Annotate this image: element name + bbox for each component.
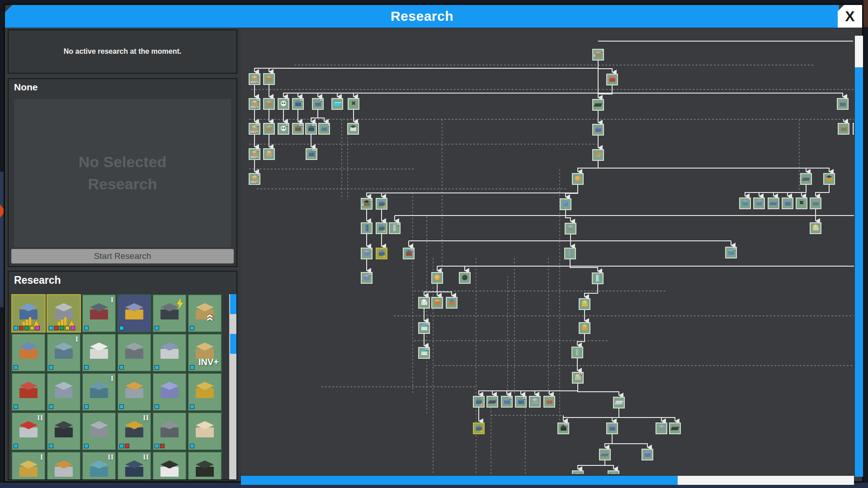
- research-item-x-crate[interactable]: [188, 451, 222, 480]
- tech-node-flat-engine[interactable]: [446, 297, 458, 309]
- tech-node-haul-truck-1[interactable]: I: [739, 197, 751, 209]
- tech-node-hopper[interactable]: [347, 123, 359, 135]
- tech-node-sphere-parts[interactable]: [592, 149, 604, 161]
- tech-node-dark-flat[interactable]: [669, 422, 681, 434]
- close-button[interactable]: X: [838, 5, 862, 28]
- tree-hscroll-track[interactable]: [678, 476, 854, 485]
- tech-node-coil[interactable]: [656, 422, 667, 434]
- start-research-button[interactable]: Start Research: [11, 249, 234, 263]
- tech-node-jetpack-2[interactable]: II: [418, 322, 430, 334]
- tech-node-chart-factory[interactable]: ▲: [473, 396, 485, 408]
- tree-vertical-scrollbar[interactable]: [855, 29, 864, 477]
- research-item-lamp-post[interactable]: [47, 373, 81, 411]
- research-grid-scrollbar[interactable]: [229, 294, 237, 480]
- tech-node-drill-3[interactable]: [263, 123, 275, 135]
- tech-node-mech-frame-1[interactable]: I: [361, 248, 373, 259]
- tech-node-flat-panel[interactable]: [613, 397, 625, 408]
- tech-node-cut-node-1[interactable]: [572, 470, 584, 474]
- tech-tree-canvas[interactable]: IINV+IIINV+++IIIII✖IIIINV+++IIIIIIIIIIVI…: [241, 29, 854, 474]
- research-item-tool-gun[interactable]: [152, 373, 187, 411]
- research-item-crate-building[interactable]: II: [117, 412, 151, 450]
- research-item-motor-engine[interactable]: II: [11, 412, 46, 450]
- tech-node-brick-stack[interactable]: II: [403, 248, 415, 259]
- tech-node-orange-barrel[interactable]: [431, 297, 443, 309]
- tech-node-battery[interactable]: [592, 272, 604, 284]
- tech-node-red-engine[interactable]: [606, 74, 618, 85]
- tech-node-blue-ball[interactable]: [560, 198, 571, 210]
- tech-node-gray-mech[interactable]: [529, 396, 541, 408]
- tree-horizontal-scrollbar[interactable]: [241, 475, 854, 485]
- tech-node-factory-chart-2[interactable]: ▲: [376, 222, 387, 234]
- tech-node-gold-machine[interactable]: [823, 173, 835, 185]
- tech-node-orange-fruit[interactable]: [572, 173, 584, 185]
- research-item-boulder-pile[interactable]: [188, 412, 222, 450]
- tech-node-time-boost-2[interactable]: ++II: [278, 123, 289, 135]
- tech-node-blue-ore[interactable]: [592, 124, 604, 136]
- tech-node-pump-b[interactable]: II: [515, 396, 527, 408]
- tech-node-building-1b[interactable]: I: [318, 123, 330, 135]
- tech-node-mast-tower[interactable]: [564, 248, 576, 259]
- tech-node-blue-ore-2[interactable]: [606, 422, 618, 434]
- research-item-red-frame[interactable]: [11, 373, 46, 411]
- tech-node-yellow-crate[interactable]: [579, 298, 590, 310]
- tech-node-jetpack-3[interactable]: III: [418, 347, 430, 359]
- tech-node-blue-mech[interactable]: [642, 449, 653, 460]
- tech-node-boost-drill[interactable]: »I: [361, 198, 373, 210]
- tech-node-drill-2[interactable]: [263, 98, 275, 110]
- tech-node-dark-plates[interactable]: [486, 396, 498, 408]
- tech-node-fuel-droplet[interactable]: [431, 272, 443, 284]
- research-item-mech-upgrade[interactable]: »: [188, 294, 222, 333]
- research-item-drill-bit[interactable]: [117, 373, 151, 411]
- research-item-chevron-panel[interactable]: [152, 451, 187, 480]
- research-item-conveyor-ramps[interactable]: [152, 412, 187, 450]
- research-item-mech-inventory[interactable]: INV+: [188, 333, 222, 372]
- tree-hscroll-thumb[interactable]: [241, 476, 678, 485]
- research-item-red-research-lab[interactable]: I: [82, 294, 116, 333]
- research-item-wall-section[interactable]: [117, 333, 151, 372]
- tech-node-inventory-3[interactable]: IIIINV+: [249, 123, 260, 135]
- tech-node-edge-desk[interactable]: [838, 123, 849, 135]
- research-item-gravel-pile[interactable]: [47, 451, 81, 480]
- tech-node-blue-plate[interactable]: [768, 197, 779, 209]
- tech-node-factory-chart-1[interactable]: ▲: [376, 198, 387, 210]
- tech-node-drill-1[interactable]: [263, 73, 275, 85]
- tech-node-x-frame[interactable]: ✖: [796, 197, 807, 209]
- tech-node-factory-chart-hl[interactable]: ▲: [376, 248, 387, 259]
- tech-node-drill-4[interactable]: [263, 148, 275, 160]
- tech-node-dark-plate[interactable]: [592, 99, 604, 111]
- tech-node-machine-part[interactable]: [753, 197, 765, 209]
- tech-node-engine-3[interactable]: III: [292, 123, 304, 135]
- grid-scroll-thumb[interactable]: [230, 334, 237, 354]
- research-item-stairs[interactable]: [82, 412, 116, 450]
- tech-node-inventory-2[interactable]: IIINV+: [249, 98, 260, 110]
- research-item-gold-mech[interactable]: I: [11, 451, 46, 480]
- tech-node-inventory-1[interactable]: IINV+: [249, 73, 260, 85]
- tech-node-mech-frame-2[interactable]: II: [361, 272, 373, 284]
- tech-node-blade[interactable]: ✖: [348, 98, 359, 110]
- tech-node-pump-a[interactable]: II: [501, 396, 513, 408]
- tech-node-rust-tower[interactable]: [543, 396, 555, 408]
- tech-node-haul-truck-2[interactable]: II: [725, 247, 737, 258]
- research-item-cargo-container[interactable]: [11, 333, 46, 372]
- tech-node-antenna[interactable]: II: [389, 222, 401, 234]
- tech-node-channel-beam[interactable]: [782, 197, 793, 209]
- tech-node-engine-2[interactable]: II: [292, 98, 304, 110]
- tech-node-inventory-5[interactable]: VINV+: [249, 173, 260, 185]
- tech-node-mech-start[interactable]: »I: [592, 49, 604, 61]
- grid-scroll-thumb[interactable]: [230, 294, 237, 314]
- tech-node-dark-cube[interactable]: III: [557, 422, 569, 434]
- tech-node-dark-hex[interactable]: [459, 272, 471, 284]
- tech-node-time-boost-1[interactable]: ++I: [278, 98, 289, 110]
- research-item-battery-tray[interactable]: II: [117, 451, 151, 480]
- tech-node-drill-rig[interactable]: [810, 197, 821, 209]
- research-item-power-tower[interactable]: [152, 294, 187, 333]
- tech-node-blue-tower[interactable]: [361, 222, 373, 234]
- tech-node-inventory-4[interactable]: IVINV+: [249, 148, 260, 160]
- research-item-white-cube[interactable]: [82, 333, 116, 372]
- research-item-gold-vault[interactable]: [117, 294, 151, 333]
- tech-node-chart-factory-hl[interactable]: ▲: [473, 422, 485, 434]
- tech-node-engine-4[interactable]: IV: [572, 372, 584, 384]
- tech-node-cyan-panel[interactable]: [331, 98, 343, 110]
- tech-node-building-2[interactable]: II: [312, 98, 324, 110]
- research-item-yellow-frame[interactable]: [188, 373, 222, 411]
